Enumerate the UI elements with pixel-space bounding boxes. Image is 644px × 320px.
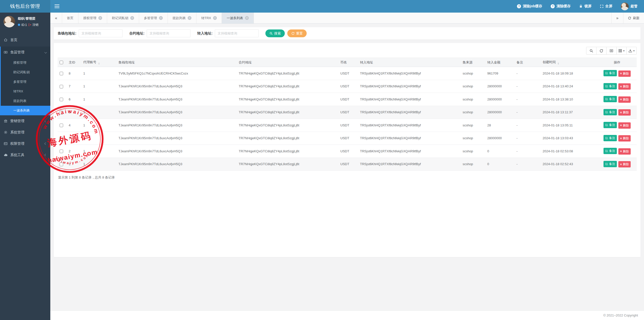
lock-screen-button[interactable]: 锁屏 xyxy=(579,4,591,9)
sidebar-item-auth-management[interactable]: 授权管理 xyxy=(1,58,50,67)
note-button[interactable]: 备注 xyxy=(603,122,617,128)
tab-mnemonic-keys[interactable]: 助记词私钥× xyxy=(107,13,139,23)
row-checkbox[interactable] xyxy=(60,163,63,166)
refresh-icon xyxy=(291,32,295,35)
data-table: 主ID 代理账号▲▼ 鱼钱包地址 合约地址 币名 转入地址 鱼来源 转入金额 备… xyxy=(58,58,637,171)
to-address-input[interactable] xyxy=(215,29,259,37)
detail-view-button[interactable] xyxy=(606,47,617,55)
sidebar-item-mnemonic-keys[interactable]: 助记词私钥 xyxy=(1,67,50,77)
row-checkbox[interactable] xyxy=(60,111,63,114)
home-icon xyxy=(4,38,8,42)
row-checkbox[interactable] xyxy=(60,124,63,127)
sidebar-item-system[interactable]: 系统管理 xyxy=(0,127,50,138)
tab-label: 转TRX xyxy=(201,16,211,20)
select-all-checkbox[interactable] xyxy=(60,61,63,64)
sidebar-user-panel: 组织:管理层 ID:1 注销 xyxy=(0,13,50,31)
sort-icon[interactable]: ▲▼ xyxy=(557,62,559,65)
row-checkbox[interactable] xyxy=(60,98,63,101)
tab-refresh-button[interactable]: 刷新 xyxy=(623,13,644,23)
tab-transfer-trx[interactable]: 转TRX× xyxy=(196,13,222,23)
tab-home[interactable]: 首页 xyxy=(62,13,78,23)
sidebar-item-marketing[interactable]: 营销管理 xyxy=(0,115,50,127)
delete-button[interactable]: ×删除 xyxy=(618,83,631,90)
tab-auth-management[interactable]: 授权管理× xyxy=(78,13,107,23)
tabs-scroll-left-button[interactable]: « xyxy=(50,13,62,23)
close-icon[interactable]: × xyxy=(245,16,249,20)
row-checkbox[interactable] xyxy=(60,85,63,88)
clear-job-cache-button[interactable]: ?清除job缓存 xyxy=(517,4,542,9)
row-checkbox[interactable] xyxy=(60,137,63,140)
sidebar-item-transfer-trx[interactable]: 转TRX xyxy=(1,87,50,96)
close-icon[interactable]: × xyxy=(130,16,134,20)
cell-note: - xyxy=(514,119,541,132)
table-panel: ▾ ▾ 主ID 代理账号▲▼ 鱼 xyxy=(54,43,640,257)
tab-yibosha-list[interactable]: 一波杀列表× xyxy=(222,13,254,23)
tabs-scroll-right-button[interactable]: » xyxy=(611,13,623,23)
wallet-address-input[interactable] xyxy=(79,29,123,37)
columns-button[interactable]: ▾ xyxy=(616,47,627,55)
delete-button[interactable]: ×删除 xyxy=(618,148,631,155)
sidebar-toggle-button[interactable] xyxy=(50,0,63,13)
row-checkbox[interactable] xyxy=(60,72,63,75)
table-refresh-button[interactable] xyxy=(596,47,607,55)
search-button[interactable]: 搜索 xyxy=(265,29,285,37)
sidebar-item-label: 授权管理 xyxy=(13,60,26,65)
reset-button[interactable]: 重置 xyxy=(287,29,307,37)
delete-button[interactable]: ×删除 xyxy=(618,122,631,129)
top-navbar-actions: ?清除job缓存 ?清除缓存 锁屏 全屏 超管 xyxy=(517,0,644,13)
sidebar-item-permissions[interactable]: 权限管理 xyxy=(0,138,50,149)
col-header-id: 主ID xyxy=(67,58,81,67)
cell-coin: USDT xyxy=(338,106,358,119)
tab-withdraw-list[interactable]: 提款列表× xyxy=(168,13,196,23)
sort-icon[interactable]: ▲▼ xyxy=(98,62,100,65)
question-circle-icon: ? xyxy=(551,4,555,8)
sidebar-item-tools[interactable]: 系统工具 xyxy=(0,149,50,161)
sidebar-item-yibosha-list[interactable]: 一波杀列表 xyxy=(1,106,50,115)
cell-coin: USDT xyxy=(338,158,358,171)
export-button[interactable]: ▾ xyxy=(626,47,637,55)
note-button[interactable]: 备注 xyxy=(603,135,617,141)
note-button[interactable]: 备注 xyxy=(603,70,617,76)
sidebar-item-multisig[interactable]: 多签管理 xyxy=(1,77,50,87)
sidebar-item-label: 权限管理 xyxy=(10,141,24,146)
delete-button[interactable]: ×删除 xyxy=(618,109,631,116)
note-button[interactable]: 备注 xyxy=(603,83,617,89)
note-button[interactable]: 备注 xyxy=(603,96,617,102)
sidebar-item-home[interactable]: 首页 xyxy=(0,34,50,46)
fullscreen-label: 全屏 xyxy=(605,4,612,9)
cell-to-address: TRSjst6KhHQ1RTXf8cNfekjGXQAR9tfByf xyxy=(358,158,461,171)
cell-time: 2024-01-18 13:11:37 xyxy=(541,106,597,119)
sidebar-item-withdraw-list[interactable]: 提款列表 xyxy=(1,96,50,106)
close-icon[interactable]: × xyxy=(188,16,191,20)
table-row: 6 1 TJeamPKhR1Kr95m9n7TdL6uxcAofjvH5Q3 T… xyxy=(58,93,637,106)
delete-button[interactable]: ×删除 xyxy=(618,70,631,77)
close-icon[interactable]: × xyxy=(159,16,163,20)
note-button[interactable]: 备注 xyxy=(603,148,617,154)
sidebar-menu: 首页 鱼苗管理 授权管理 助记词私钥 多签管理 转TRX 提款列表 一波杀列表 … xyxy=(0,34,50,161)
clear-cache-button[interactable]: ?清除缓存 xyxy=(551,4,571,9)
page-footer: © 2021~2022 Copyright xyxy=(50,310,644,320)
col-header-agent[interactable]: 代理账号▲▼ xyxy=(81,58,116,67)
sidebar-item-fish-management[interactable]: 鱼苗管理 xyxy=(1,47,50,58)
table-search-button[interactable] xyxy=(586,47,596,55)
logout-button[interactable]: 注销 xyxy=(28,23,38,27)
table-row: 8 1 TV9LSyMSFKQ1c7NCqxohUECRHCK5wcCxzx T… xyxy=(58,67,637,80)
col-header-time[interactable]: 创建时间▲▼ xyxy=(541,58,597,67)
note-button[interactable]: 备注 xyxy=(603,161,617,167)
user-menu[interactable]: 超管 xyxy=(621,3,637,10)
download-icon xyxy=(628,49,632,53)
note-button[interactable]: 备注 xyxy=(603,109,617,115)
delete-button[interactable]: ×删除 xyxy=(618,161,631,167)
close-icon[interactable]: × xyxy=(213,16,217,20)
delete-button[interactable]: ×删除 xyxy=(618,96,631,103)
fullscreen-button[interactable]: 全屏 xyxy=(600,4,612,9)
row-checkbox[interactable] xyxy=(60,150,63,153)
clear-job-cache-label: 清除job缓存 xyxy=(523,4,542,9)
contract-address-input[interactable] xyxy=(147,29,190,37)
clear-cache-label: 清除缓存 xyxy=(556,4,571,9)
tab-multisig[interactable]: 多签管理× xyxy=(139,13,168,23)
gear-icon xyxy=(4,130,8,134)
close-icon[interactable]: × xyxy=(98,16,102,20)
tab-label: 一波杀列表 xyxy=(227,16,243,20)
delete-button[interactable]: ×删除 xyxy=(618,135,631,141)
